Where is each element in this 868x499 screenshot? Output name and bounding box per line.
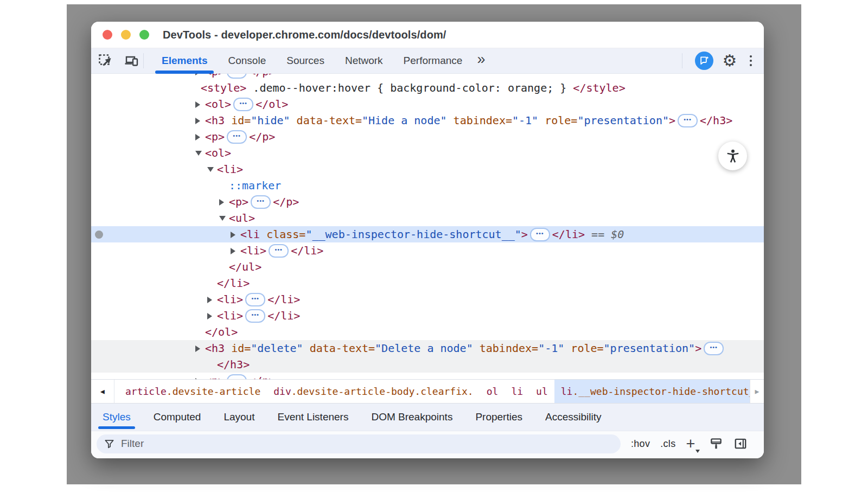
toolbar-divider: [143, 53, 144, 68]
ellipsis-expand-button[interactable]: •••: [227, 74, 247, 79]
ellipsis-expand-button[interactable]: •••: [245, 309, 265, 323]
disclosure-arrow-icon[interactable]: [195, 340, 205, 356]
dom-tree-row[interactable]: <li>•••</li>: [91, 291, 764, 308]
settings-gear-icon[interactable]: ⚙: [723, 53, 737, 69]
dom-tree-row[interactable]: <h3 id="delete" data-text="Delete a node…: [91, 340, 764, 356]
disclosure-arrow-icon[interactable]: [219, 194, 229, 210]
element-classes-button[interactable]: .cls: [660, 438, 675, 450]
toggle-element-state-button[interactable]: :hov: [631, 438, 650, 450]
code-token-tag: </p>: [249, 130, 275, 143]
tab-network[interactable]: Network: [335, 48, 393, 73]
dom-tree-row[interactable]: <style> .demo--hover:hover { background-…: [91, 80, 764, 96]
tab-performance[interactable]: Performance: [393, 48, 473, 73]
dom-tree-row[interactable]: <li>•••</li>: [91, 242, 764, 259]
sidebar-tab-properties[interactable]: Properties: [464, 404, 534, 431]
filter-input[interactable]: [120, 437, 617, 450]
dom-tree-row-selected[interactable]: <li class="__web-inspector-hide-shortcut…: [91, 226, 764, 242]
disclosure-arrow-icon[interactable]: [231, 226, 240, 242]
breadcrumb-scroll-right-icon[interactable]: ▶: [750, 380, 764, 403]
dom-tree-row[interactable]: <li>: [91, 161, 764, 177]
tab-console[interactable]: Console: [218, 48, 276, 73]
kebab-menu-icon[interactable]: [746, 53, 756, 69]
minimize-window-button[interactable]: [121, 30, 131, 40]
code-token-tag: <li>: [240, 244, 266, 257]
disclosure-arrow-icon[interactable]: [207, 308, 217, 324]
disclosure-arrow-icon[interactable]: [207, 291, 217, 308]
dom-tree-row[interactable]: <ul>: [91, 210, 764, 226]
sidebar-tab-styles[interactable]: Styles: [91, 404, 142, 431]
code-token-tag: <p>: [205, 374, 225, 379]
breadcrumb-item-selected[interactable]: li.__web-inspector-hide-shortcut__: [554, 380, 750, 403]
ellipsis-expand-button[interactable]: •••: [530, 228, 550, 241]
dom-tree-row[interactable]: <ol>: [91, 145, 764, 161]
zoom-window-button[interactable]: [139, 30, 149, 40]
ellipsis-expand-button[interactable]: •••: [227, 374, 247, 380]
disclosure-arrow-icon[interactable]: [219, 210, 229, 226]
disclosure-arrow-icon[interactable]: [195, 145, 205, 161]
sidebar-tab-accessibility[interactable]: Accessibility: [534, 404, 612, 431]
breadcrumb-item[interactable]: div.devsite-article-body.clearfix.: [267, 380, 480, 403]
toggle-sidebar-icon[interactable]: [733, 437, 748, 451]
code-token-tag: </style>: [573, 81, 625, 94]
close-window-button[interactable]: [103, 30, 112, 40]
dom-tree-row[interactable]: <h3 id="hide" data-text="Hide a node" ta…: [91, 112, 764, 129]
rendering-emulations-brush-icon[interactable]: [709, 437, 723, 451]
devtools-window: DevTools - developer.chrome.com/docs/dev…: [91, 22, 764, 458]
new-style-rule-button[interactable]: +: [686, 436, 699, 452]
sidebar-tab-computed[interactable]: Computed: [142, 404, 213, 431]
disclosure-arrow-icon[interactable]: [207, 161, 217, 177]
breadcrumb-item[interactable]: ul: [529, 380, 554, 403]
breadcrumb-tag: div: [273, 386, 291, 397]
dom-tree-row[interactable]: </ol>: [91, 324, 764, 340]
code-token-tag: <li>: [217, 293, 243, 306]
code-token-pseudo: ::marker: [229, 179, 281, 192]
ellipsis-expand-button[interactable]: •••: [704, 342, 724, 355]
sidebar-tab-dom-breakpoints[interactable]: DOM Breakpoints: [360, 404, 464, 431]
disclosure-arrow-icon[interactable]: [195, 112, 205, 129]
dom-tree-row[interactable]: </li>: [91, 275, 764, 291]
filter-field[interactable]: [97, 434, 621, 453]
ellipsis-expand-button[interactable]: •••: [233, 98, 253, 111]
tab-elements[interactable]: Elements: [151, 48, 218, 73]
code-token-tag: <style>: [201, 81, 246, 94]
disclosure-arrow-icon[interactable]: [231, 242, 240, 259]
sidebar-tab-layout[interactable]: Layout: [212, 404, 266, 431]
dom-tree-row[interactable]: ::marker: [91, 177, 764, 194]
breadcrumb-item[interactable]: ol: [480, 380, 505, 403]
disclosure-arrow-icon[interactable]: [195, 74, 205, 80]
code-token-tag: </p>: [273, 195, 299, 208]
breadcrumb-tag: ul: [536, 386, 548, 397]
inspect-element-icon[interactable]: [97, 52, 114, 69]
code-token-tag: </li>: [217, 277, 250, 290]
tab-sources[interactable]: Sources: [276, 48, 335, 73]
code-token-tag: <h3: [205, 342, 225, 355]
ellipsis-expand-button[interactable]: •••: [678, 114, 698, 127]
ellipsis-expand-button[interactable]: •••: [227, 130, 247, 144]
dom-tree-row[interactable]: <p>•••</p>: [91, 194, 764, 210]
ai-assistance-icon[interactable]: [695, 52, 713, 70]
dom-tree-row[interactable]: <ol>•••</ol>: [91, 96, 764, 112]
disclosure-arrow-icon[interactable]: [195, 129, 205, 145]
disclosure-arrow-icon[interactable]: [195, 373, 205, 379]
sidebar-tab-event-listeners[interactable]: Event Listeners: [266, 404, 360, 431]
ellipsis-expand-button[interactable]: •••: [245, 293, 265, 306]
code-token-tag: >: [521, 228, 528, 241]
dom-tree-row[interactable]: <li>•••</li>: [91, 308, 764, 324]
dom-tree-row[interactable]: <p>•••</p>: [91, 129, 764, 145]
dom-tree-row[interactable]: </h3>: [91, 356, 764, 373]
ellipsis-expand-button[interactable]: •••: [269, 244, 289, 258]
code-token-tag: </li>: [267, 293, 300, 306]
disclosure-arrow-icon[interactable]: [195, 96, 205, 112]
ellipsis-expand-button[interactable]: •••: [251, 195, 271, 209]
code-token-tag: <li>: [217, 309, 243, 322]
device-toolbar-icon[interactable]: [123, 52, 140, 69]
dom-tree-row[interactable]: </ul>: [91, 259, 764, 275]
breadcrumb-scroll-left-icon[interactable]: ◀: [91, 380, 114, 403]
dom-tree-row[interactable]: <p>•••</p>: [91, 373, 764, 379]
more-tabs-button[interactable]: »: [473, 51, 489, 68]
breadcrumb-item[interactable]: li: [505, 380, 529, 403]
accessibility-widget-icon[interactable]: [718, 142, 747, 170]
breadcrumb-cls: .devsite-article: [167, 386, 260, 397]
dom-tree-row[interactable]: <p>•••</p>: [91, 74, 764, 80]
breadcrumb-item[interactable]: article.devsite-article: [119, 380, 267, 403]
